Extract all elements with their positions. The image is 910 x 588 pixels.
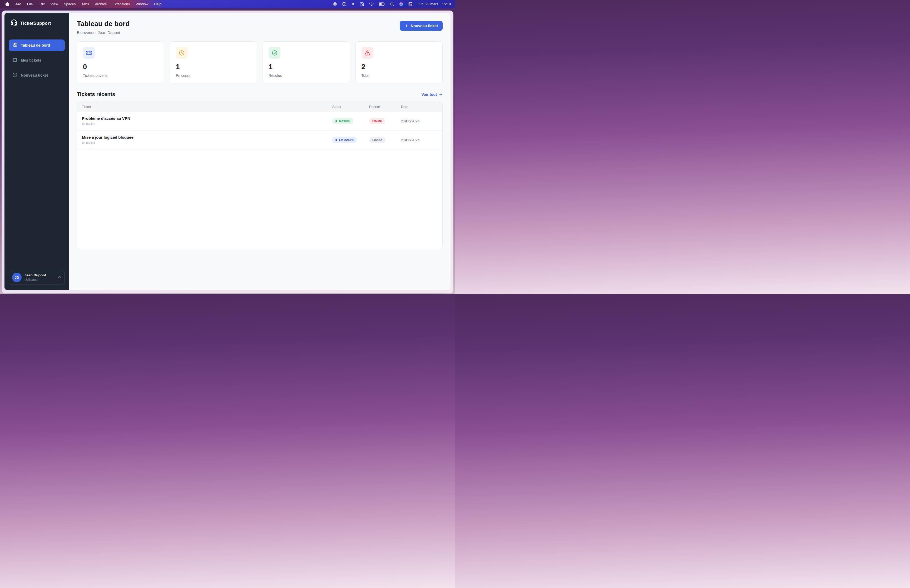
menu-tabs[interactable]: Tabs [79,0,92,8]
menu-file[interactable]: File [24,0,36,8]
siri-icon[interactable] [399,2,403,6]
ticket-id: #TK-001 [82,122,332,126]
spotlight-search-icon[interactable] [390,2,394,6]
column-priority: Priorité [369,105,401,109]
media-play-icon[interactable] [342,2,346,6]
stats-row: 0 Tickets ouverts 1 En cours 1 Résolus [77,41,443,84]
status-badge: En cours [332,137,357,143]
page-subtitle: Bienvenue, Jean Dupont [77,30,129,35]
status-badge: Résolu [332,118,353,124]
chatgpt-icon[interactable] [333,2,337,6]
menubar-clock[interactable]: Lun. 23 mars 15:10 [417,2,451,6]
ticket-icon [12,57,18,63]
ticket-cell: Problème d'accès au VPN #TK-001 [82,116,332,126]
menu-spaces[interactable]: Spaces [61,0,79,8]
ticket-title: Mise à jour logiciel bloquée [82,135,332,139]
priority-badge: Basse [369,137,385,143]
stat-value: 2 [362,63,437,71]
stat-card-resolved: 1 Résolus [262,41,350,84]
table-row[interactable]: Problème d'accès au VPN #TK-001 Résolu H… [77,111,442,131]
date-cell: 21/03/2026 [401,138,438,142]
column-date: Date [401,105,438,109]
keyboard-icon[interactable] [359,2,364,6]
arrow-right-icon [439,92,443,96]
chevron-up-icon [57,275,61,280]
browser-window: TicketSupport Tableau de bord Mes ticket… [2,11,453,294]
ticket-support-app: TicketSupport Tableau de bord Mes ticket… [5,13,451,290]
priority-cell: Haute [369,118,401,124]
user-name: Jean Dupont [24,273,55,277]
ticket-id: #TK-003 [82,141,332,145]
dashboard-icon [12,42,18,48]
table-header: Ticket Statut Priorité Date [77,102,442,111]
view-all-label: Voir tout [421,92,437,97]
stat-label: Total [362,73,437,78]
control-center-icon[interactable] [408,2,412,6]
menu-extensions[interactable]: Extensions [110,0,133,8]
menubar-date: Lun. 23 mars [417,2,438,6]
stat-label: Résolus [268,73,344,78]
wifi-icon[interactable] [369,2,374,6]
page-title: Tableau de bord [77,20,129,28]
stat-value: 1 [176,63,251,71]
brand: TicketSupport [9,19,65,27]
recent-tickets-header: Tickets récents Voir tout [77,91,443,97]
ticket-title: Problème d'accès au VPN [82,116,332,121]
stat-card-total: 2 Total [356,41,443,84]
plus-circle-icon [12,73,18,78]
main-content: Tableau de bord Bienvenue, Jean Dupont N… [69,13,451,290]
alert-triangle-icon [362,47,373,59]
menubar-menus: Arc File Edit View Spaces Tabs Archive E… [4,0,164,8]
view-all-link[interactable]: Voir tout [421,92,443,97]
avatar: JD [12,273,22,282]
stat-card-open: 0 Tickets ouverts [77,41,164,84]
column-ticket: Ticket [82,105,332,109]
sidebar-item-my-tickets[interactable]: Mes tickets [9,55,65,66]
clock-icon [176,47,188,59]
stat-value: 0 [83,63,158,71]
ticket-cell: Mise à jour logiciel bloquée #TK-003 [82,135,332,145]
sidebar-nav: Tableau de bord Mes tickets Nouveau tick… [9,39,65,81]
user-card[interactable]: JD Jean Dupont Utilisateur [9,270,65,285]
table-row[interactable]: Mise à jour logiciel bloquée #TK-003 En … [77,131,442,150]
menu-view[interactable]: View [48,0,61,8]
priority-badge: Haute [369,118,385,124]
sidebar-item-label: Mes tickets [21,58,41,62]
sidebar-item-label: Tableau de bord [21,43,50,47]
new-ticket-button[interactable]: Nouveau ticket [400,21,443,31]
sidebar-item-label: Nouveau ticket [21,73,48,78]
status-cell: Résolu [332,118,369,124]
menu-edit[interactable]: Edit [36,0,47,8]
stat-label: En cours [176,73,251,78]
date-cell: 21/03/2026 [401,119,438,123]
ticket-icon [83,47,95,59]
status-dot-icon [335,120,337,122]
menu-window[interactable]: Window [133,0,151,8]
bluetooth-icon[interactable] [351,2,355,6]
stat-card-in-progress: 1 En cours [170,41,257,84]
menu-archive[interactable]: Archive [92,0,110,8]
priority-cell: Basse [369,137,401,143]
recent-tickets-title: Tickets récents [77,91,115,97]
status-cell: En cours [332,137,369,143]
battery-charging-icon[interactable] [379,2,385,6]
status-dot-icon [335,139,337,141]
user-role: Utilisateur [24,278,55,282]
brand-name: TicketSupport [20,21,51,26]
column-status: Statut [332,105,369,109]
sidebar-item-new-ticket[interactable]: Nouveau ticket [9,69,65,81]
headset-icon [10,19,18,27]
sidebar: TicketSupport Tableau de bord Mes ticket… [5,13,69,290]
menubar-time: 15:10 [442,2,451,6]
sidebar-item-dashboard[interactable]: Tableau de bord [9,39,65,51]
macos-menubar: Arc File Edit View Spaces Tabs Archive E… [0,0,455,8]
menubar-app-name[interactable]: Arc [12,0,24,8]
user-meta: Jean Dupont Utilisateur [24,273,55,282]
page-header: Tableau de bord Bienvenue, Jean Dupont N… [77,20,443,35]
apple-menu-icon[interactable] [4,2,12,6]
menu-help[interactable]: Help [151,0,164,8]
new-ticket-button-label: Nouveau ticket [411,24,438,28]
menubar-status-area: Lun. 23 mars 15:10 [333,2,451,6]
check-circle-icon [268,47,280,59]
tickets-table: Ticket Statut Priorité Date Problème d'a… [77,102,443,249]
